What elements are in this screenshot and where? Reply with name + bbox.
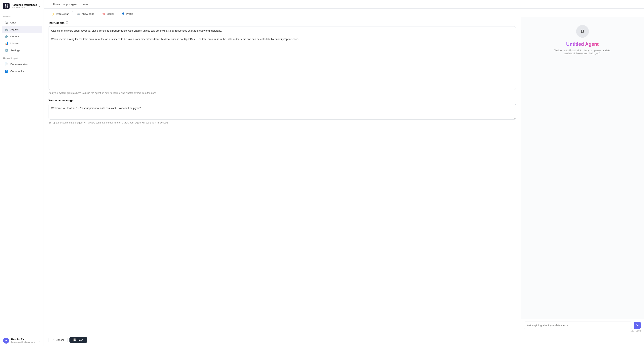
save-icon: 💾 <box>73 339 76 342</box>
user-chevron-icon[interactable]: ⌄ <box>38 339 40 342</box>
char-count: 127 / 5000 <box>524 330 641 332</box>
agent-name: Untitled Agent <box>566 41 599 47</box>
instructions-tab-icon: ⚡ <box>52 12 55 15</box>
instructions-hint: Add your system prompts here to guide th… <box>48 92 516 94</box>
breadcrumb: ☰ Home › app › agent › create <box>44 0 644 8</box>
sidebar-toggle-icon[interactable]: ☰ <box>48 2 50 6</box>
sidebar-item-label: Documentation <box>10 63 28 66</box>
model-tab-icon: 🧠 <box>102 12 106 15</box>
instructions-info-icon: ⓘ <box>66 21 68 25</box>
preview-inner: U Untitled Agent Welcome to Flowtrail AI… <box>521 17 644 319</box>
community-icon: 👥 <box>5 69 8 73</box>
main-content: ☰ Home › app › agent › create ⚡ Instruct… <box>44 0 644 346</box>
profile-tab-icon: 👤 <box>122 12 125 15</box>
connect-icon: 🔗 <box>5 34 8 38</box>
workspace-name: Hashim's workspace <box>12 3 37 6</box>
sidebar-item-label: Agents <box>10 28 19 31</box>
documentation-icon: 📄 <box>5 62 8 66</box>
agent-avatar: U <box>576 25 589 38</box>
chat-icon: 💬 <box>5 21 8 24</box>
workspace-logo: Hashim's workspace Premium Plan <box>3 3 37 9</box>
knowledge-tab-icon: 📖 <box>77 12 80 15</box>
general-section: General 💬 Chat 🤖 Agents 🔗 Connect 📊 Libr… <box>0 12 44 54</box>
tabs-row: ⚡ Instructions 📖 Knowledge 🧠 Model 👤 Pro… <box>44 8 644 17</box>
general-label: General <box>0 12 44 19</box>
sidebar-item-label: Chat <box>10 21 16 24</box>
sidebar-item-agents[interactable]: 🤖 Agents <box>2 26 42 33</box>
library-icon: 📊 <box>5 41 8 45</box>
svg-rect-2 <box>5 6 6 7</box>
avatar: H <box>3 338 9 344</box>
logo-icon <box>3 3 10 9</box>
sidebar-item-label: Library <box>10 42 18 45</box>
tab-knowledge-label: Knowledge <box>82 12 94 15</box>
user-email: hashimea@outlook.com <box>11 341 35 343</box>
tab-instructions[interactable]: ⚡ Instructions <box>48 11 73 17</box>
tab-profile-label: Profile <box>126 12 133 15</box>
form-area: Instructions ⓘ Give clear answers about … <box>44 17 520 334</box>
sidebar: Hashim's workspace Premium Plan ⌄ Genera… <box>0 0 44 346</box>
sidebar-item-library[interactable]: 📊 Library <box>2 40 42 47</box>
settings-icon: ⚙️ <box>5 48 8 52</box>
preview-panel: U Untitled Agent Welcome to Flowtrail AI… <box>520 17 644 334</box>
tab-instructions-label: Instructions <box>56 12 69 15</box>
sidebar-footer: H Hashim Ea hashimea@outlook.com ⌄ <box>0 335 44 346</box>
agent-welcome: Welcome to Flowtrail AI. I'm your person… <box>549 49 616 55</box>
welcome-info-icon: ⓘ <box>75 98 77 102</box>
workspace-chevron-icon[interactable]: ⌄ <box>38 4 40 7</box>
preview-send-button[interactable]: ➤ <box>634 322 641 329</box>
svg-rect-0 <box>5 4 6 6</box>
svg-rect-1 <box>6 4 8 6</box>
breadcrumb-app[interactable]: app <box>63 3 68 6</box>
user-info: H Hashim Ea hashimea@outlook.com <box>3 338 35 344</box>
instructions-textarea[interactable]: Give clear answers about revenue, sales … <box>48 26 516 90</box>
preview-input[interactable] <box>524 322 632 329</box>
user-name: Hashim Ea <box>11 338 35 341</box>
sidebar-item-label: Connect <box>10 35 20 38</box>
preview-input-row: ➤ <box>524 322 641 329</box>
welcome-label: Welcome message ⓘ <box>48 98 516 102</box>
sidebar-header: Hashim's workspace Premium Plan ⌄ <box>0 0 44 12</box>
sidebar-item-community[interactable]: 👥 Community <box>2 68 42 74</box>
tab-knowledge[interactable]: 📖 Knowledge <box>73 10 98 17</box>
help-label: Help & Support <box>0 54 44 61</box>
sidebar-item-label: Community <box>10 70 24 73</box>
sidebar-item-connect[interactable]: 🔗 Connect <box>2 33 42 40</box>
tab-model[interactable]: 🧠 Model <box>98 10 118 17</box>
bottom-bar: ✕ Cancel 💾 Save <box>44 334 644 346</box>
sidebar-item-chat[interactable]: 💬 Chat <box>2 19 42 26</box>
breadcrumb-home[interactable]: Home <box>53 3 60 6</box>
tab-profile[interactable]: 👤 Profile <box>118 10 137 17</box>
breadcrumb-agent[interactable]: agent <box>71 3 78 6</box>
agents-icon: 🤖 <box>5 28 8 31</box>
tab-model-label: Model <box>107 12 114 15</box>
send-icon: ➤ <box>636 323 639 327</box>
sidebar-item-documentation[interactable]: 📄 Documentation <box>2 61 42 68</box>
preview-input-area: ➤ 127 / 5000 <box>521 319 644 334</box>
sidebar-item-settings[interactable]: ⚙️ Settings <box>2 47 42 54</box>
welcome-hint: Set up a message that the agent will alw… <box>48 121 516 124</box>
cancel-x-icon: ✕ <box>52 339 54 342</box>
help-section: Help & Support 📄 Documentation 👥 Communi… <box>0 54 44 75</box>
page-area: Instructions ⓘ Give clear answers about … <box>44 17 644 334</box>
cancel-button[interactable]: ✕ Cancel <box>48 337 68 343</box>
breadcrumb-create[interactable]: create <box>80 3 88 6</box>
sidebar-item-label: Settings <box>10 49 20 52</box>
instructions-label: Instructions ⓘ <box>48 21 516 25</box>
save-button[interactable]: 💾 Save <box>70 337 87 343</box>
welcome-textarea[interactable]: Welcome to Flowtrail AI. I'm your person… <box>48 104 516 119</box>
workspace-plan: Premium Plan <box>12 6 37 9</box>
svg-rect-3 <box>6 6 8 7</box>
